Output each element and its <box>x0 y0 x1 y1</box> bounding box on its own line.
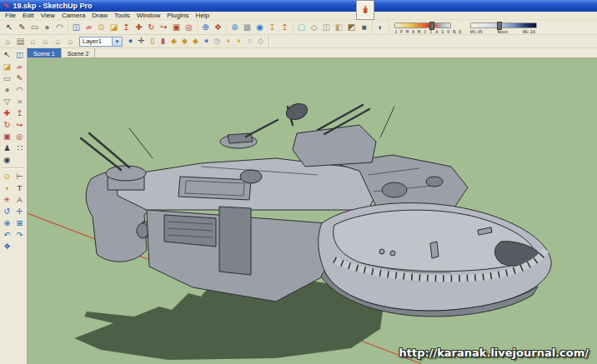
palette-freehand[interactable]: ≈ <box>13 96 26 107</box>
menu-plugins[interactable]: Plugins <box>163 12 192 20</box>
plugin-coin-button-2[interactable]: ◗ <box>233 36 244 47</box>
palette-axes[interactable]: ✳ <box>1 194 13 206</box>
front-view-button[interactable]: ⌂ <box>27 35 39 47</box>
palette-scale[interactable]: ▣ <box>1 131 13 142</box>
chevron-down-icon[interactable]: ▼ <box>112 37 122 46</box>
palette-paint-bucket[interactable]: ◪ <box>1 61 13 72</box>
get-current-view-button[interactable]: ⊛ <box>228 21 241 33</box>
shaded-textures-mode-button[interactable]: ◩ <box>345 21 358 33</box>
palette-zoom-next[interactable]: ↷ <box>13 229 26 241</box>
palette-circle[interactable]: ● <box>1 84 13 96</box>
palette-zoom[interactable]: ⊕ <box>1 217 13 229</box>
palette-position-camera[interactable]: ♟ <box>1 142 13 154</box>
palette-look-around[interactable]: ◉ <box>1 154 13 166</box>
shadows-toggle-button[interactable]: ◐ <box>374 21 387 33</box>
menu-file[interactable]: File <box>2 12 19 20</box>
menu-window[interactable]: Window <box>133 12 163 20</box>
palette-select-tool[interactable]: ↖ <box>1 49 13 61</box>
offset-tool-button[interactable]: ◎ <box>183 21 195 33</box>
follow-me-button[interactable]: ↪ <box>158 21 170 33</box>
menu-camera[interactable]: Camera <box>58 12 88 20</box>
plugin-tag-button-1[interactable]: ◆ <box>168 36 179 47</box>
eraser-tool-button[interactable]: ▰ <box>83 21 95 33</box>
palette-walk[interactable]: ∷ <box>13 142 26 154</box>
rotate-tool-button[interactable]: ↻ <box>145 21 158 33</box>
palette-3d-text[interactable]: A <box>13 194 26 206</box>
paint-bucket-button[interactable]: ◪ <box>108 21 120 33</box>
left-view-button[interactable]: ⌂ <box>64 35 77 47</box>
palette-dimension[interactable]: ⊢ <box>13 171 26 182</box>
palette-push-pull[interactable]: ↥ <box>13 107 26 119</box>
layer-dropdown[interactable]: Layer1 ▼ <box>79 37 123 47</box>
palette-text[interactable]: T <box>13 182 26 194</box>
menu-help[interactable]: Help <box>192 12 212 20</box>
palette-orbit[interactable]: ↺ <box>1 206 13 217</box>
zoom-extents-button[interactable]: ❖ <box>212 21 224 33</box>
place-model-button[interactable]: ◉ <box>253 21 266 33</box>
date-slider-thumb[interactable] <box>429 22 434 30</box>
plugin-dropdown-button[interactable]: ↡ <box>356 0 374 20</box>
zoom-tool-button[interactable]: ⊕ <box>199 21 212 33</box>
palette-eraser[interactable]: ▰ <box>13 61 26 72</box>
scale-tool-button[interactable]: ▣ <box>170 21 183 33</box>
palette-rotate[interactable]: ↻ <box>1 119 13 131</box>
palette-polygon[interactable]: ▽ <box>1 96 13 107</box>
make-component-button[interactable]: ◫ <box>70 21 83 33</box>
palette-zoom-window[interactable]: ⊞ <box>13 217 26 229</box>
get-models-button[interactable]: ↧ <box>266 21 278 33</box>
arc-tool-button[interactable]: ◠ <box>53 21 66 33</box>
shadow-time-slider[interactable]: 05:35 Noon 06:24 <box>470 22 537 34</box>
position-compass-button[interactable]: ✛ <box>136 36 147 47</box>
palette-arc[interactable]: ◠ <box>13 84 26 96</box>
scene-tab-2[interactable]: Scene 2 <box>62 48 96 57</box>
section-cut-button[interactable]: ▮ <box>158 36 168 47</box>
scene-tab-1[interactable]: Scene 1 <box>28 48 62 57</box>
palette-offset[interactable]: ◎ <box>13 131 26 142</box>
select-tool-button[interactable]: ↖ <box>3 21 16 33</box>
tape-measure-button[interactable]: ⊙ <box>95 21 108 33</box>
date-gradient-strip[interactable] <box>394 22 451 28</box>
palette-pan[interactable]: ✛ <box>13 206 26 217</box>
menu-view[interactable]: View <box>38 12 58 20</box>
line-tool-button[interactable]: ✎ <box>16 21 28 33</box>
layer-manager-button[interactable]: ● <box>125 36 136 47</box>
menu-edit[interactable]: Edit <box>19 12 38 20</box>
hidden-line-mode-button[interactable]: ◫ <box>320 21 333 33</box>
menu-draw[interactable]: Draw <box>88 12 111 20</box>
time-gradient-strip[interactable] <box>470 22 537 28</box>
move-tool-button[interactable]: ✚ <box>133 21 145 33</box>
plugin-coin-button-1[interactable]: ◖ <box>223 36 233 47</box>
title-bar[interactable]: ✎ 19.skp - SketchUp Pro <box>0 0 597 12</box>
shaded-mode-button[interactable]: ◧ <box>333 21 345 33</box>
plugin-diamond-button[interactable]: ◇ <box>255 36 266 47</box>
palette-rectangle[interactable]: ▭ <box>1 72 13 84</box>
palette-make-component[interactable]: ◫ <box>13 49 26 61</box>
plugin-sphere-button[interactable]: ● <box>201 36 212 47</box>
plugin-clock-button[interactable]: ◷ <box>212 36 223 47</box>
right-view-button[interactable]: ⌂ <box>39 35 52 47</box>
menu-tools[interactable]: Tools <box>111 12 133 20</box>
palette-follow-me[interactable]: ↪ <box>13 119 26 131</box>
palette-line[interactable]: ✎ <box>13 72 26 84</box>
palette-protractor[interactable]: ◗ <box>1 182 13 194</box>
palette-zoom-extents[interactable]: ❖ <box>1 241 13 252</box>
section-plane-button[interactable]: ▯ <box>147 36 158 47</box>
monochrome-mode-button[interactable]: ■ <box>358 21 370 33</box>
share-model-button[interactable]: ↥ <box>278 21 291 33</box>
shadow-date-slider[interactable]: J F M A M J J A S O N D <box>394 22 462 34</box>
palette-move[interactable]: ✚ <box>1 107 13 119</box>
time-slider-thumb[interactable] <box>497 22 502 30</box>
push-pull-button[interactable]: ↥ <box>120 21 133 33</box>
palette-zoom-previous[interactable]: ↶ <box>1 229 13 241</box>
viewport-canvas[interactable]: http://karanak.livejournal.com/ <box>28 58 597 364</box>
plugin-tag-button-3[interactable]: ◆ <box>190 36 201 47</box>
top-view-button[interactable]: ▤ <box>14 35 27 47</box>
rectangle-tool-button[interactable]: ▭ <box>28 21 41 33</box>
palette-tape-measure[interactable]: ⊙ <box>1 171 13 182</box>
circle-tool-button[interactable]: ● <box>41 21 53 33</box>
xray-mode-button[interactable]: ▢ <box>295 21 308 33</box>
wireframe-mode-button[interactable]: ◇ <box>308 21 320 33</box>
toggle-terrain-button[interactable]: ▦ <box>241 21 253 33</box>
plugin-circle-button[interactable]: ○ <box>244 36 255 47</box>
back-view-button[interactable]: ⌂ <box>52 35 64 47</box>
